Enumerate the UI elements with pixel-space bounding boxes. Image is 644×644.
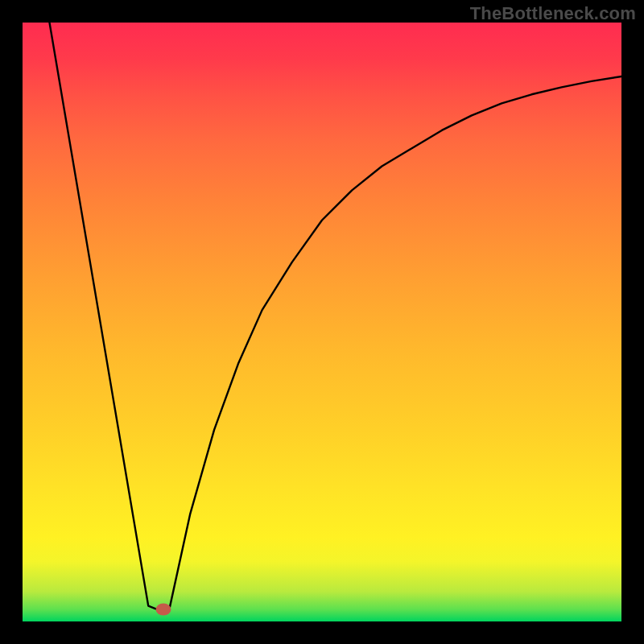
curve-svg [23,23,621,621]
chart-frame: TheBottleneck.com [0,0,644,644]
plot-area [23,23,621,621]
bottleneck-curve [49,23,621,609]
watermark-text: TheBottleneck.com [470,3,636,24]
minimum-marker [155,604,171,616]
